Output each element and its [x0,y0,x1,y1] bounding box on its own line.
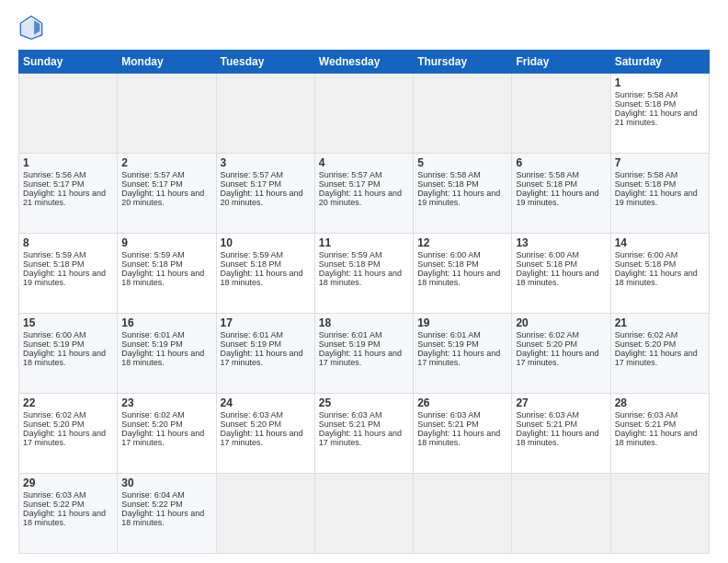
table-row [314,474,413,554]
daylight-label: Daylight: 11 hours and 18 minutes. [615,429,698,447]
table-row: 14 Sunrise: 6:00 AM Sunset: 5:18 PM Dayl… [610,234,709,314]
sunrise-label: Sunrise: 6:01 AM [121,330,185,339]
sunset-label: Sunset: 5:17 PM [319,179,381,189]
sunrise-label: Sunrise: 6:03 AM [615,410,678,419]
sunset-label: Sunset: 5:18 PM [615,99,677,109]
table-row: 8 Sunrise: 5:59 AM Sunset: 5:18 PM Dayli… [19,234,118,314]
day-number: 16 [121,316,211,329]
daylight-label: Daylight: 11 hours and 19 minutes. [23,269,106,287]
sunrise-label: Sunrise: 6:03 AM [221,410,284,419]
daylight-label: Daylight: 11 hours and 18 minutes. [121,349,204,367]
sunset-label: Sunset: 5:18 PM [516,259,577,269]
table-row: 4 Sunrise: 5:57 AM Sunset: 5:17 PM Dayli… [314,154,413,234]
table-row [610,474,709,554]
daylight-label: Daylight: 11 hours and 17 minutes. [319,349,402,367]
col-tuesday: Tuesday [216,51,314,74]
day-number: 1 [615,76,705,89]
day-number: 2 [121,156,211,169]
table-row: 1 Sunrise: 5:56 AM Sunset: 5:17 PM Dayli… [19,154,118,234]
col-monday: Monday [118,51,216,74]
daylight-label: Daylight: 11 hours and 20 minutes. [121,189,204,207]
daylight-label: Daylight: 11 hours and 18 minutes. [319,269,402,287]
day-number: 10 [221,236,311,249]
sunset-label: Sunset: 5:21 PM [319,419,381,429]
daylight-label: Daylight: 11 hours and 19 minutes. [615,189,698,207]
day-number: 21 [615,316,705,329]
daylight-label: Daylight: 11 hours and 17 minutes. [516,349,598,367]
table-row [512,74,610,154]
sunset-label: Sunset: 5:19 PM [23,339,85,349]
table-row [118,74,216,154]
day-number: 11 [319,236,409,249]
day-number: 13 [516,236,606,249]
daylight-label: Daylight: 11 hours and 17 minutes. [121,429,204,447]
sunrise-label: Sunrise: 6:01 AM [319,330,382,339]
sunrise-label: Sunrise: 6:03 AM [319,410,382,419]
sunrise-label: Sunrise: 6:04 AM [121,490,185,500]
daylight-label: Daylight: 11 hours and 17 minutes. [221,349,303,367]
sunset-label: Sunset: 5:19 PM [121,339,183,349]
sunrise-label: Sunrise: 5:59 AM [121,250,185,259]
table-row: 28 Sunrise: 6:03 AM Sunset: 5:21 PM Dayl… [610,394,709,474]
daylight-label: Daylight: 11 hours and 18 minutes. [23,509,106,527]
table-row: 13 Sunrise: 6:00 AM Sunset: 5:18 PM Dayl… [512,234,610,314]
sunset-label: Sunset: 5:22 PM [121,500,183,509]
sunset-label: Sunset: 5:20 PM [23,419,85,429]
day-number: 25 [319,396,409,409]
day-number: 26 [417,396,507,409]
daylight-label: Daylight: 11 hours and 18 minutes. [221,269,303,287]
table-row: 3 Sunrise: 5:57 AM Sunset: 5:17 PM Dayli… [216,154,314,234]
day-number: 18 [319,316,409,329]
daylight-label: Daylight: 11 hours and 18 minutes. [516,269,598,287]
day-number: 30 [121,477,211,489]
day-number: 3 [221,156,311,169]
calendar-table: Sunday Monday Tuesday Wednesday Thursday… [18,50,710,554]
table-row: 5 Sunrise: 5:58 AM Sunset: 5:18 PM Dayli… [414,154,512,234]
sunrise-label: Sunrise: 5:58 AM [516,170,579,179]
table-row: 9 Sunrise: 5:59 AM Sunset: 5:18 PM Dayli… [118,234,216,314]
sunrise-label: Sunrise: 5:59 AM [23,250,86,259]
sunrise-label: Sunrise: 5:58 AM [417,170,481,179]
sunrise-label: Sunrise: 6:01 AM [221,330,284,339]
daylight-label: Daylight: 11 hours and 17 minutes. [23,429,106,447]
table-row: 25 Sunrise: 6:03 AM Sunset: 5:21 PM Dayl… [314,394,413,474]
table-row: 27 Sunrise: 6:03 AM Sunset: 5:21 PM Dayl… [512,394,610,474]
daylight-label: Daylight: 11 hours and 18 minutes. [121,509,204,527]
sunset-label: Sunset: 5:22 PM [23,500,85,509]
daylight-label: Daylight: 11 hours and 21 minutes. [615,109,698,127]
sunset-label: Sunset: 5:18 PM [615,179,677,189]
daylight-label: Daylight: 11 hours and 18 minutes. [417,269,500,287]
day-number: 17 [221,316,311,329]
calendar-week-row: 22 Sunrise: 6:02 AM Sunset: 5:20 PM Dayl… [19,394,710,474]
sunset-label: Sunset: 5:18 PM [417,179,479,189]
sunset-label: Sunset: 5:19 PM [417,339,479,349]
table-row [314,74,413,154]
sunrise-label: Sunrise: 6:00 AM [516,250,579,259]
sunrise-label: Sunrise: 5:59 AM [319,250,382,259]
col-sunday: Sunday [19,51,118,74]
day-number: 28 [615,396,705,409]
table-row [216,74,314,154]
sunset-label: Sunset: 5:19 PM [319,339,381,349]
day-number: 1 [23,156,113,169]
table-row: 2 Sunrise: 5:57 AM Sunset: 5:17 PM Dayli… [118,154,216,234]
table-row [512,474,610,554]
sunset-label: Sunset: 5:21 PM [417,419,479,429]
daylight-label: Daylight: 11 hours and 20 minutes. [319,189,402,207]
sunset-label: Sunset: 5:18 PM [615,259,677,269]
table-row: 21 Sunrise: 6:02 AM Sunset: 5:20 PM Dayl… [610,314,709,394]
sunrise-label: Sunrise: 5:58 AM [615,90,678,99]
calendar-week-row: 29 Sunrise: 6:03 AM Sunset: 5:22 PM Dayl… [19,474,710,554]
sunrise-label: Sunrise: 6:00 AM [417,250,481,259]
col-thursday: Thursday [414,51,512,74]
table-row: 19 Sunrise: 6:01 AM Sunset: 5:19 PM Dayl… [414,314,512,394]
table-row: 18 Sunrise: 6:01 AM Sunset: 5:19 PM Dayl… [314,314,413,394]
sunrise-label: Sunrise: 6:03 AM [516,410,579,419]
daylight-label: Daylight: 11 hours and 18 minutes. [615,269,698,287]
sunset-label: Sunset: 5:20 PM [221,419,282,429]
sunset-label: Sunset: 5:18 PM [121,259,183,269]
table-row: 10 Sunrise: 5:59 AM Sunset: 5:18 PM Dayl… [216,234,314,314]
table-row: 29 Sunrise: 6:03 AM Sunset: 5:22 PM Dayl… [19,474,118,554]
day-number: 8 [23,236,113,249]
table-row: 12 Sunrise: 6:00 AM Sunset: 5:18 PM Dayl… [414,234,512,314]
